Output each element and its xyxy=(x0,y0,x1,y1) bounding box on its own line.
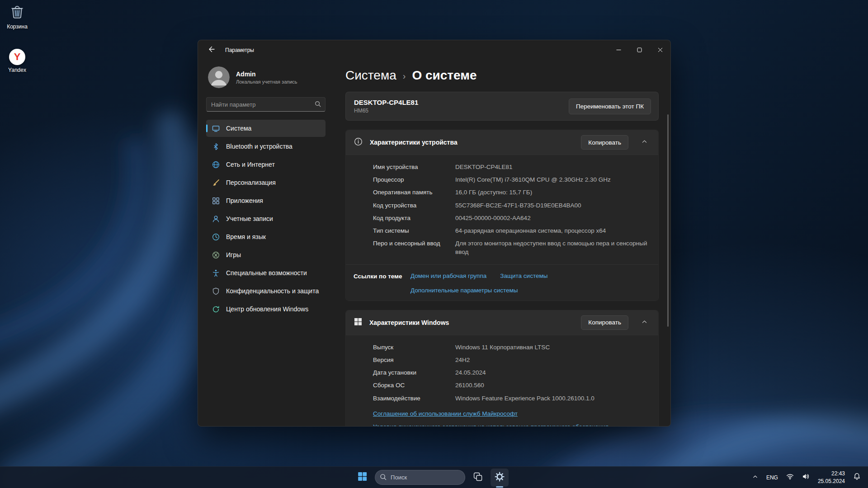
update-icon xyxy=(212,305,220,313)
settings-search-input[interactable] xyxy=(206,97,326,112)
accessibility-icon xyxy=(212,269,220,277)
license-terms-link[interactable]: Условия лицензионного соглашения на испо… xyxy=(373,422,626,426)
sidebar-item-time-language[interactable]: Время и язык xyxy=(206,228,326,245)
info-icon xyxy=(354,137,363,148)
globe-icon xyxy=(212,161,220,169)
sidebar-item-accounts[interactable]: Учетные записи xyxy=(206,210,326,227)
notifications-button[interactable] xyxy=(850,469,863,486)
desktop-icon-recycle-bin[interactable]: Корзина xyxy=(0,4,34,30)
device-name: DESKTOP-CP4LE81 xyxy=(354,99,418,106)
sidebar-item-label: Время и язык xyxy=(226,233,266,240)
back-button[interactable] xyxy=(204,44,219,56)
spec-row-ram: Оперативная память 16,0 ГБ (доступно: 15… xyxy=(373,186,650,199)
sidebar-item-personalization[interactable]: Персонализация xyxy=(206,174,326,191)
titlebar: Параметры xyxy=(198,40,670,60)
sidebar-item-label: Центр обновления Windows xyxy=(226,305,308,313)
task-view-button[interactable] xyxy=(469,469,487,487)
sidebar-item-label: Персонализация xyxy=(226,179,276,186)
sidebar-item-bluetooth[interactable]: Bluetooth и устройства xyxy=(206,138,326,155)
copy-device-specs-button[interactable]: Копировать xyxy=(581,135,628,150)
system-icon xyxy=(212,125,220,132)
search-icon xyxy=(380,474,387,483)
desktop-icon-yandex[interactable]: Y Yandex xyxy=(0,49,34,73)
windows-specs-header[interactable]: Характеристики Windows Копировать xyxy=(346,310,658,335)
language-indicator[interactable]: ENG xyxy=(764,469,781,486)
sidebar-item-privacy[interactable]: Конфиденциальность и защита xyxy=(206,282,326,300)
sidebar-item-label: Конфиденциальность и защита xyxy=(226,287,319,295)
person-icon xyxy=(212,215,220,223)
window-controls xyxy=(608,40,670,60)
spec-row-install-date: Дата установки 24.05.2024 xyxy=(373,366,650,379)
paintbrush-icon xyxy=(212,179,220,187)
bell-icon xyxy=(853,473,861,482)
related-links-heading: Ссылки по теме xyxy=(354,272,410,294)
network-tray-button[interactable] xyxy=(783,469,797,486)
gear-icon xyxy=(495,472,505,483)
sidebar-item-gaming[interactable]: Игры xyxy=(206,246,326,263)
close-button[interactable] xyxy=(650,40,670,60)
settings-window: Параметры xyxy=(198,40,671,427)
sidebar-item-label: Специальные возможности xyxy=(226,269,307,277)
sidebar-item-label: Приложения xyxy=(226,197,263,204)
windows-specs-title: Характеристики Windows xyxy=(369,319,449,326)
collapse-device-specs-button[interactable] xyxy=(637,135,652,150)
sidebar-item-network[interactable]: Сеть и Интернет xyxy=(206,156,326,173)
maximize-button[interactable] xyxy=(629,40,650,60)
settings-content: Система › О системе DESKTOP-CP4LE81 HM65… xyxy=(334,60,670,426)
device-card: DESKTOP-CP4LE81 HM65 Переименовать этот … xyxy=(345,92,659,121)
desktop: Корзина Y Yandex Параметры xyxy=(0,0,868,488)
spec-row-device-id: Код устройства 55C7368F-BC2E-47F1-B735-D… xyxy=(373,199,650,212)
maximize-icon xyxy=(637,46,642,54)
advanced-system-settings-link[interactable]: Дополнительные параметры системы xyxy=(410,287,518,294)
sidebar-nav: Система Bluetooth и устройства Сеть и Ин… xyxy=(206,120,326,318)
spec-row-processor: Процессор Intel(R) Core(TM) i7-3610QM CP… xyxy=(373,174,650,186)
start-button[interactable] xyxy=(353,469,371,487)
tray-overflow-button[interactable] xyxy=(750,469,761,486)
xbox-icon xyxy=(212,251,220,259)
breadcrumb-system[interactable]: Система xyxy=(345,68,396,83)
shield-icon xyxy=(212,287,220,295)
minimize-button[interactable] xyxy=(608,40,629,60)
taskbar-search-input[interactable] xyxy=(375,470,465,485)
wifi-icon xyxy=(786,473,794,482)
device-specs-header[interactable]: Характеристики устройства Копировать xyxy=(346,130,658,155)
system-protection-link[interactable]: Защита системы xyxy=(500,272,547,279)
desktop-icon-label: Yandex xyxy=(8,67,26,73)
settings-app-button[interactable] xyxy=(491,469,509,487)
volume-tray-button[interactable] xyxy=(799,469,812,486)
spec-row-os-build: Сборка ОС 26100.560 xyxy=(373,379,650,392)
desktop-icon-label: Корзина xyxy=(7,23,28,30)
domain-workgroup-link[interactable]: Домен или рабочая группа xyxy=(410,272,486,279)
breadcrumb: Система › О системе xyxy=(345,68,659,83)
sidebar-item-label: Игры xyxy=(226,251,241,258)
related-links: Ссылки по теме Домен или рабочая группа … xyxy=(346,264,658,300)
device-specs-title: Характеристики устройства xyxy=(370,139,458,146)
copy-windows-specs-button[interactable]: Копировать xyxy=(581,315,628,330)
sidebar-item-accessibility[interactable]: Специальные возможности xyxy=(206,264,326,282)
scrollbar-thumb[interactable] xyxy=(667,114,669,327)
recycle-bin-icon xyxy=(9,4,25,22)
window-title: Параметры xyxy=(225,47,254,53)
sidebar-item-label: Система xyxy=(226,125,251,132)
sidebar-item-windows-update[interactable]: Центр обновления Windows xyxy=(206,300,326,318)
spec-row-system-type: Тип системы 64-разрядная операционная си… xyxy=(373,225,650,237)
chevron-up-icon xyxy=(642,138,647,146)
back-arrow-icon xyxy=(208,46,215,55)
windows-logo-icon xyxy=(354,318,362,328)
minimize-icon xyxy=(616,46,621,54)
task-view-icon xyxy=(473,472,482,483)
chevron-up-icon xyxy=(752,474,758,482)
sidebar-item-apps[interactable]: Приложения xyxy=(206,192,326,209)
settings-search xyxy=(206,97,326,112)
sidebar-item-system[interactable]: Система xyxy=(206,120,326,137)
services-agreement-link[interactable]: Соглашение об использовании служб Майкро… xyxy=(373,409,626,418)
clock-tray-button[interactable]: 22:43 25.05.2024 xyxy=(815,469,848,486)
user-block[interactable]: Admin Локальная учетная запись xyxy=(206,63,326,97)
sidebar-item-label: Сеть и Интернет xyxy=(226,161,275,168)
spec-row-pen-touch: Перо и сенсорный ввод Для этого монитора… xyxy=(373,237,650,258)
user-account-type: Локальная учетная запись xyxy=(236,79,297,84)
collapse-windows-specs-button[interactable] xyxy=(637,315,652,330)
close-icon xyxy=(658,46,663,54)
page-title: О системе xyxy=(412,68,476,83)
rename-pc-button[interactable]: Переименовать этот ПК xyxy=(569,99,651,114)
